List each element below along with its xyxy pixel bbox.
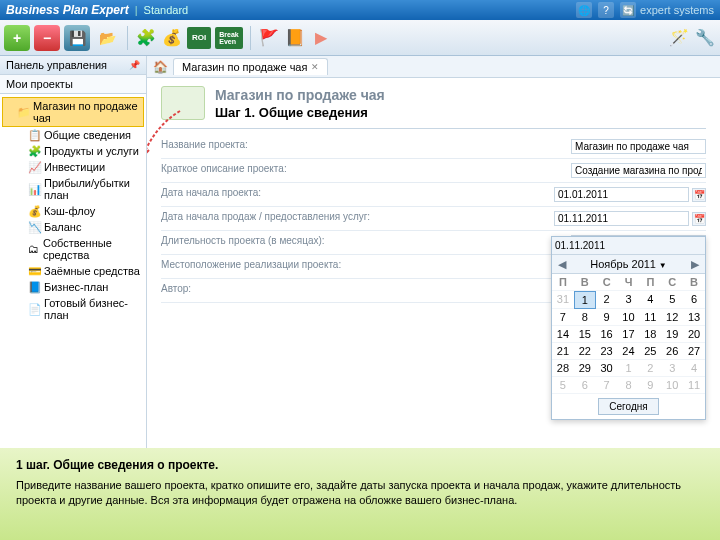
calendar-day[interactable]: 8 [618, 377, 640, 394]
calendar-day[interactable]: 25 [639, 343, 661, 360]
calendar-day[interactable]: 30 [596, 360, 618, 377]
calendar-day[interactable]: 13 [683, 309, 705, 326]
calendar-day[interactable]: 10 [661, 377, 683, 394]
main-toolbar: + − 💾 📂 🧩 💰 ROI BreakEven 🚩 📙 ▶ 🪄 🔧 [0, 20, 720, 56]
calendar-day[interactable]: 3 [661, 360, 683, 377]
play-icon[interactable]: ▶ [310, 27, 332, 49]
edition: Standard [144, 4, 189, 16]
calendar-day[interactable]: 16 [596, 326, 618, 343]
tree-item[interactable]: 📁Магазин по продаже чая [2, 97, 144, 127]
calendar-day[interactable]: 5 [661, 291, 683, 309]
calendar-day[interactable]: 9 [639, 377, 661, 394]
calendar-day[interactable]: 22 [574, 343, 596, 360]
remove-button[interactable]: − [34, 25, 60, 51]
calendar-day[interactable]: 2 [639, 360, 661, 377]
text-input[interactable] [571, 163, 706, 178]
pin-icon[interactable]: 📌 [129, 60, 140, 70]
field-row: Дата начала проекта:📅 [161, 183, 706, 207]
calendar-day[interactable]: 26 [661, 343, 683, 360]
calendar-icon[interactable]: 📅 [692, 212, 706, 226]
tree-item[interactable]: 🗂Собственные средства [2, 235, 144, 263]
calendar-day[interactable]: 20 [683, 326, 705, 343]
calendar-day[interactable]: 11 [639, 309, 661, 326]
roi-icon[interactable]: ROI [187, 27, 211, 49]
date-input[interactable] [554, 187, 689, 202]
calendar-day[interactable]: 11 [683, 377, 705, 394]
sidebar-section: Мои проекты [0, 75, 146, 94]
page-title: Магазин по продаже чая [215, 87, 385, 103]
text-input[interactable] [571, 139, 706, 154]
prev-month-icon[interactable]: ◀ [558, 258, 566, 271]
calendar-day[interactable]: 8 [574, 309, 596, 326]
save-button[interactable]: 💾 [64, 25, 90, 51]
calendar-day[interactable]: 12 [661, 309, 683, 326]
calendar-day[interactable]: 21 [552, 343, 574, 360]
footer-title: 1 шаг. Общие сведения о проекте. [16, 458, 704, 472]
next-month-icon[interactable]: ▶ [691, 258, 699, 271]
calendar-day[interactable]: 31 [552, 291, 574, 309]
sidebar-header: Панель управления 📌 [0, 56, 146, 75]
calendar-day[interactable]: 15 [574, 326, 596, 343]
calendar-day[interactable]: 7 [596, 377, 618, 394]
manual-icon[interactable]: 📙 [284, 27, 306, 49]
sidebar: Панель управления 📌 Мои проекты 📁Магазин… [0, 56, 147, 448]
calendar-day[interactable]: 17 [618, 326, 640, 343]
calendar-day[interactable]: 19 [661, 326, 683, 343]
calendar-day[interactable]: 24 [618, 343, 640, 360]
close-icon[interactable]: ✕ [311, 62, 319, 72]
tree-item[interactable]: 📉Баланс [2, 219, 144, 235]
calendar-icon[interactable]: 📅 [692, 188, 706, 202]
tree-item[interactable]: 🧩Продукты и услуги [2, 143, 144, 159]
footer-text: Приведите название вашего проекта, кратк… [16, 478, 704, 508]
tree-item[interactable]: 📘Бизнес-план [2, 279, 144, 295]
calendar-day[interactable]: 14 [552, 326, 574, 343]
calendar-day[interactable]: 3 [618, 291, 640, 309]
brand-icon[interactable]: 🔄 [620, 2, 636, 18]
date-picker[interactable]: 01.11.2011 ◀ Ноябрь 2011 ▼ ▶ ПВСЧПСВ3112… [551, 236, 706, 420]
open-button[interactable]: 📂 [94, 25, 120, 51]
calendar-day[interactable]: 6 [574, 377, 596, 394]
tree-item[interactable]: 📋Общие сведения [2, 127, 144, 143]
calendar-day[interactable]: 10 [618, 309, 640, 326]
calendar-day[interactable]: 23 [596, 343, 618, 360]
project-tree: 📁Магазин по продаже чая📋Общие сведения🧩П… [0, 94, 146, 448]
calendar-day[interactable]: 27 [683, 343, 705, 360]
tree-item[interactable]: 📈Инвестиции [2, 159, 144, 175]
calendar-day[interactable]: 4 [639, 291, 661, 309]
calendar-day[interactable]: 5 [552, 377, 574, 394]
field-row: Дата начала продаж / предоставления услу… [161, 207, 706, 231]
today-button[interactable]: Сегодня [598, 398, 658, 415]
settings-icon[interactable]: 🔧 [694, 27, 716, 49]
puzzle-icon[interactable]: 🧩 [135, 27, 157, 49]
page-step: Шаг 1. Общие сведения [215, 105, 385, 120]
tree-item[interactable]: 📊Прибыли/убытки план [2, 175, 144, 203]
calendar-day[interactable]: 29 [574, 360, 596, 377]
active-tab[interactable]: Магазин по продаже чая ✕ [173, 58, 328, 75]
tabbar: 🏠 Магазин по продаже чая ✕ [147, 56, 720, 78]
calendar-day[interactable]: 28 [552, 360, 574, 377]
tree-item[interactable]: 📄Готовый бизнес-план [2, 295, 144, 323]
add-button[interactable]: + [4, 25, 30, 51]
wizard-icon[interactable]: 🪄 [668, 27, 690, 49]
calendar-day[interactable]: 1 [574, 291, 596, 309]
flag-icon[interactable]: 🚩 [258, 27, 280, 49]
tree-item[interactable]: 💳Заёмные средства [2, 263, 144, 279]
bag-icon[interactable]: 💰 [161, 27, 183, 49]
calendar-day[interactable]: 18 [639, 326, 661, 343]
page-content: Магазин по продаже чая Шаг 1. Общие свед… [147, 78, 720, 448]
calendar-day[interactable]: 9 [596, 309, 618, 326]
home-tab[interactable]: 🏠 [151, 59, 169, 75]
calendar-day[interactable]: 7 [552, 309, 574, 326]
date-input[interactable] [554, 211, 689, 226]
help-icon[interactable]: ? [598, 2, 614, 18]
calendar-day[interactable]: 6 [683, 291, 705, 309]
calendar-day[interactable]: 4 [683, 360, 705, 377]
brand-label: expert systems [640, 4, 714, 16]
breakeven-icon[interactable]: BreakEven [215, 27, 243, 49]
calendar-day[interactable]: 2 [596, 291, 618, 309]
globe-icon[interactable]: 🌐 [576, 2, 592, 18]
calendar-day[interactable]: 1 [618, 360, 640, 377]
tree-item[interactable]: 💰Кэш-флоу [2, 203, 144, 219]
field-row: Название проекта: [161, 135, 706, 159]
page-icon [161, 86, 205, 120]
